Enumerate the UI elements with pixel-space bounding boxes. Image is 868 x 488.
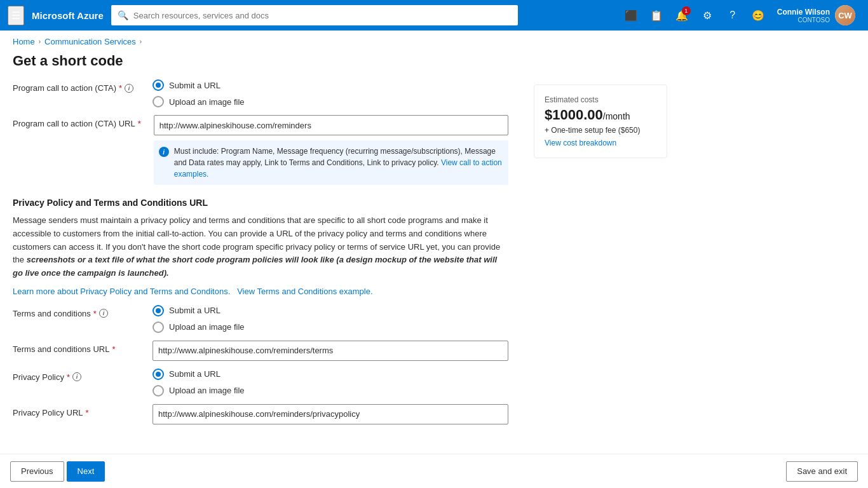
- privacy-url-label: Privacy Policy URL *: [13, 404, 140, 417]
- privacy-url-row: Privacy Policy URL *: [13, 404, 508, 424]
- settings-icon-button[interactable]: ⚙: [696, 4, 719, 27]
- breadcrumb-sep-1: ›: [39, 38, 41, 45]
- program-cta-url-row: Program call to action (CTA) URL * i Mus…: [13, 115, 508, 185]
- breadcrumb-communication-services[interactable]: Communication Services: [44, 37, 136, 46]
- program-cta-url-label: Program call to action (CTA) URL *: [13, 115, 141, 128]
- terms-url-input[interactable]: [153, 341, 508, 361]
- next-button[interactable]: Next: [67, 461, 105, 482]
- privacy-submit-url-radio[interactable]: [153, 369, 164, 380]
- program-cta-upload-image-radio[interactable]: [153, 96, 164, 107]
- feedback-smiley-button[interactable]: 😊: [747, 4, 770, 27]
- save-and-exit-button[interactable]: Save and exit: [786, 461, 858, 482]
- privacy-upload-image-radio[interactable]: [153, 385, 164, 396]
- info-circle-icon: i: [159, 147, 169, 157]
- required-asterisk: *: [119, 83, 122, 93]
- required-asterisk: *: [138, 119, 141, 128]
- user-info: Connie Wilson CONTOSO: [777, 8, 830, 24]
- gear-icon: ⚙: [703, 10, 712, 22]
- privacy-submit-url-option[interactable]: Submit a URL: [153, 369, 508, 380]
- view-cost-breakdown-link[interactable]: View cost breakdown: [545, 139, 656, 147]
- terms-upload-image-label: Upload an image file: [169, 322, 245, 332]
- required-asterisk: *: [112, 344, 115, 354]
- search-bar[interactable]: 🔍: [111, 5, 518, 25]
- feedback-icon-button[interactable]: 📋: [645, 4, 668, 27]
- program-cta-submit-url-radio[interactable]: [153, 79, 164, 91]
- terms-submit-url-radio[interactable]: [153, 305, 164, 316]
- sidebar-area: Estimated costs $1000.00/month + One-tim…: [534, 79, 674, 441]
- avatar: CW: [835, 5, 855, 25]
- required-asterisk: *: [93, 309, 97, 318]
- help-icon-button[interactable]: ?: [721, 4, 744, 27]
- program-cta-label: Program call to action (CTA) * i: [13, 79, 140, 93]
- notification-badge: 1: [682, 6, 691, 15]
- privacy-policy-radio-group: Submit a URL Upload an image file: [153, 369, 508, 396]
- terms-submit-url-option[interactable]: Submit a URL: [153, 305, 508, 316]
- privacy-policy-row: Privacy Policy * i Submit a URL Upload a…: [13, 369, 508, 396]
- user-name: Connie Wilson: [777, 8, 830, 17]
- terms-radio-group: Submit a URL Upload an image file: [153, 305, 508, 333]
- terms-info-icon[interactable]: i: [99, 309, 108, 318]
- form-area: Program call to action (CTA) * i Submit …: [13, 79, 508, 441]
- privacy-section-body: Message senders must maintain a privacy …: [13, 214, 508, 280]
- privacy-url-controls: [153, 404, 508, 424]
- program-cta-upload-image-label: Upload an image file: [169, 97, 245, 107]
- brand-name: Microsoft Azure: [32, 10, 104, 21]
- notifications-icon-button[interactable]: 🔔 1: [670, 4, 693, 27]
- search-icon: 🔍: [118, 10, 128, 20]
- terms-conditions-row: Terms and conditions * i Submit a URL Up…: [13, 305, 508, 333]
- terms-upload-image-option[interactable]: Upload an image file: [153, 322, 508, 333]
- program-cta-info-box: i Must include: Program Name, Message fr…: [154, 140, 508, 185]
- cost-amount: $1000.00/month: [545, 107, 656, 123]
- user-profile-button[interactable]: Connie Wilson CONTOSO CW: [772, 3, 860, 28]
- previous-button[interactable]: Previous: [10, 461, 64, 482]
- privacy-upload-image-label: Upload an image file: [169, 386, 245, 395]
- smiley-icon: 😊: [752, 10, 764, 22]
- program-cta-upload-image-option[interactable]: Upload an image file: [153, 96, 508, 107]
- avatar-initials: CW: [835, 5, 855, 25]
- user-org: CONTOSO: [777, 17, 830, 24]
- program-cta-controls: Submit a URL Upload an image file: [153, 79, 508, 107]
- estimated-cost-card: Estimated costs $1000.00/month + One-tim…: [534, 85, 667, 158]
- search-input[interactable]: [133, 11, 512, 20]
- terms-controls: Submit a URL Upload an image file: [153, 305, 508, 333]
- program-cta-row: Program call to action (CTA) * i Submit …: [13, 79, 508, 107]
- cloud-shell-icon: ⬛: [625, 10, 637, 22]
- program-cta-url-input[interactable]: [154, 115, 508, 135]
- learn-more-privacy-link[interactable]: Learn more about Privacy Policy and Term…: [13, 287, 230, 296]
- breadcrumb-sep-2: ›: [140, 38, 142, 45]
- nav-icon-group: ⬛ 📋 🔔 1 ⚙ ? 😊 Connie Wilson CONTOSO CW: [620, 3, 860, 28]
- terms-url-controls: [153, 341, 508, 361]
- portal-icon-button[interactable]: ⬛: [620, 4, 642, 27]
- footer-left-buttons: Previous Next: [10, 461, 105, 482]
- terms-conditions-label: Terms and conditions * i: [13, 305, 140, 318]
- cost-title: Estimated costs: [545, 95, 656, 104]
- page-title: Get a short code: [0, 50, 868, 79]
- footer-right-buttons: Save and exit: [786, 461, 858, 482]
- feedback-icon: 📋: [650, 10, 663, 22]
- program-cta-info-text: Must include: Program Name, Message freq…: [174, 146, 503, 180]
- required-asterisk: *: [86, 408, 89, 417]
- privacy-policy-controls: Submit a URL Upload an image file: [153, 369, 508, 396]
- program-cta-submit-url-option[interactable]: Submit a URL: [153, 79, 508, 91]
- terms-url-label: Terms and conditions URL *: [13, 341, 140, 354]
- top-navigation: ☰ Microsoft Azure 🔍 ⬛ 📋 🔔 1 ⚙ ? 😊 Connie…: [0, 0, 868, 30]
- hamburger-menu-button[interactable]: ☰: [8, 6, 24, 25]
- program-cta-radio-group: Submit a URL Upload an image file: [153, 79, 508, 107]
- privacy-policy-info-icon[interactable]: i: [72, 372, 81, 381]
- privacy-section-heading: Privacy Policy and Terms and Conditions …: [13, 198, 508, 208]
- breadcrumb-home[interactable]: Home: [13, 37, 35, 46]
- privacy-submit-url-label: Submit a URL: [169, 369, 220, 379]
- breadcrumb: Home › Communication Services ›: [0, 30, 868, 50]
- terms-url-row: Terms and conditions URL *: [13, 341, 508, 361]
- privacy-url-input[interactable]: [153, 404, 508, 424]
- privacy-upload-image-option[interactable]: Upload an image file: [153, 385, 508, 396]
- main-content: Program call to action (CTA) * i Submit …: [0, 79, 868, 454]
- privacy-links: Learn more about Privacy Policy and Term…: [13, 287, 508, 296]
- program-cta-url-controls: i Must include: Program Name, Message fr…: [154, 115, 508, 185]
- terms-upload-image-radio[interactable]: [153, 322, 164, 333]
- terms-submit-url-label: Submit a URL: [169, 306, 220, 315]
- view-terms-example-link[interactable]: View Terms and Conditions example.: [237, 287, 372, 296]
- help-icon: ?: [729, 10, 735, 21]
- required-asterisk: *: [67, 372, 70, 382]
- program-cta-info-icon[interactable]: i: [125, 84, 133, 93]
